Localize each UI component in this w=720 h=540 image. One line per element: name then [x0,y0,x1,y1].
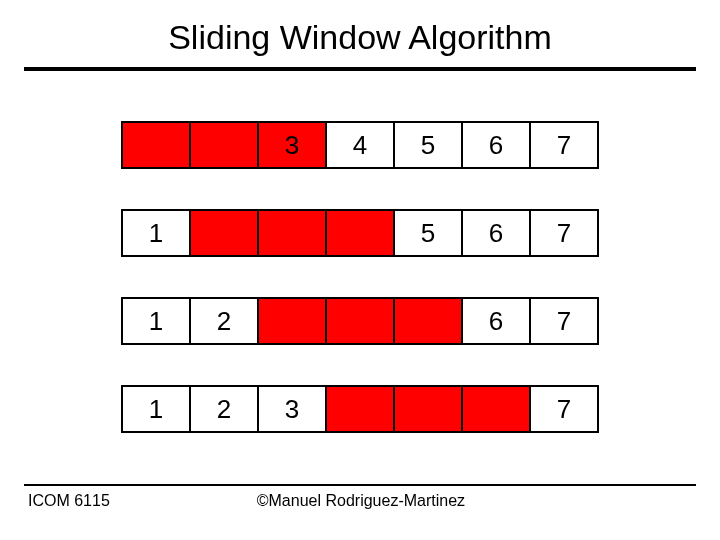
cell: 4 [325,121,395,169]
title-rule [24,67,696,71]
cell [189,121,259,169]
footer-copyright: ©Manuel Rodriguez-Martinez [110,492,612,510]
cell: 1 [121,209,191,257]
cell: 6 [461,209,531,257]
cell: 7 [529,385,599,433]
cell [121,121,191,169]
cell: 3 [257,121,327,169]
footer-rule [24,484,696,486]
footer: ICOM 6115 ©Manuel Rodriguez-Martinez [24,484,696,510]
cell: 1 [121,385,191,433]
cell: 5 [393,209,463,257]
cell [393,385,463,433]
cell: 5 [393,121,463,169]
footer-course-code: ICOM 6115 [28,492,110,510]
window-row: 1237 [0,385,720,433]
cell [257,209,327,257]
footer-spacer [612,492,692,510]
cell [325,385,395,433]
cell [461,385,531,433]
cell [325,209,395,257]
cell: 3 [257,385,327,433]
cell: 6 [461,297,531,345]
cell: 6 [461,121,531,169]
sliding-window-rows: 34567156712671237 [0,121,720,433]
cell [189,209,259,257]
cell: 7 [529,121,599,169]
cell [393,297,463,345]
page-title: Sliding Window Algorithm [0,0,720,67]
cell: 7 [529,297,599,345]
window-row: 1267 [0,297,720,345]
window-row: 34567 [0,121,720,169]
cell: 2 [189,385,259,433]
cell: 1 [121,297,191,345]
cell: 7 [529,209,599,257]
cell [325,297,395,345]
window-row: 1567 [0,209,720,257]
cell [257,297,327,345]
cell: 2 [189,297,259,345]
